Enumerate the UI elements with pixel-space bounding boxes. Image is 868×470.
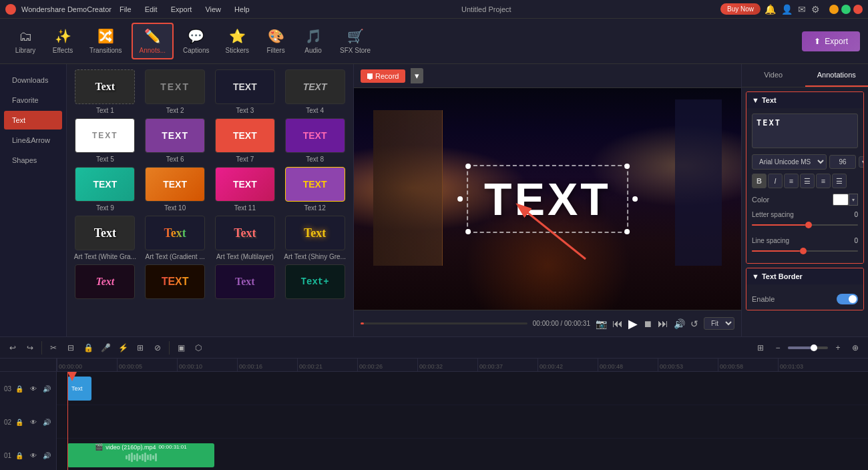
text-selection-box[interactable]: TEXT: [467, 165, 628, 233]
text-border-header[interactable]: ▼ Text Border: [746, 268, 863, 284]
font-size-dropdown[interactable]: ▾: [859, 156, 864, 168]
align-right-button[interactable]: ≡: [816, 174, 831, 188]
maximize-button[interactable]: [841, 5, 851, 14]
text-style-3[interactable]: TEXT Text 3: [212, 69, 278, 114]
toolbar-captions[interactable]: 💬 Captions: [176, 24, 216, 58]
text-thumb-4[interactable]: TEXT: [285, 69, 345, 104]
fit-select[interactable]: Fit: [704, 317, 734, 330]
speed-button[interactable]: ⚡: [116, 340, 130, 355]
redo-button[interactable]: ↪: [23, 340, 37, 355]
detach-button[interactable]: ⊘: [150, 340, 165, 355]
settings-icon[interactable]: ⚙: [811, 4, 820, 15]
play-button[interactable]: ▶: [628, 316, 638, 331]
text-section-header[interactable]: ▼ Text: [746, 92, 863, 108]
undo-button[interactable]: ↩: [5, 340, 20, 355]
tab-annotations[interactable]: Annotations: [805, 64, 869, 87]
record-dropdown-button[interactable]: ▾: [411, 68, 423, 83]
text-thumb-7[interactable]: TEXT: [215, 118, 275, 153]
menu-edit[interactable]: Edit: [142, 4, 160, 15]
text-style-11[interactable]: TEXT Text 11: [212, 167, 278, 212]
text-thumb-3[interactable]: TEXT: [215, 69, 275, 104]
font-family-select[interactable]: Arial Unicode MS: [752, 154, 827, 170]
user-icon[interactable]: 👤: [781, 4, 793, 15]
text-clip[interactable]: Text: [67, 377, 91, 401]
zoom-slider[interactable]: [788, 346, 828, 349]
handle-tl[interactable]: [465, 164, 471, 169]
text-thumb-8[interactable]: TEXT: [285, 118, 345, 153]
toolbar-filters[interactable]: 🎨 Filters: [258, 24, 293, 58]
minimize-button[interactable]: [829, 5, 839, 14]
text-thumb-5[interactable]: TEXT: [75, 118, 135, 153]
bot-thumb-4[interactable]: Text+: [285, 264, 345, 299]
track2-lock[interactable]: 🔒: [14, 415, 25, 429]
reset-button[interactable]: ↺: [690, 318, 698, 329]
mic-button[interactable]: 🎤: [98, 340, 113, 355]
text-style-1[interactable]: Text Text 1: [72, 69, 138, 114]
toolbar-effects[interactable]: ✨ Effects: [45, 24, 80, 58]
art-thumb-2[interactable]: Text: [145, 216, 205, 250]
text-style-7[interactable]: TEXT Text 7: [212, 118, 278, 163]
track3-lock[interactable]: 🔒: [14, 448, 25, 463]
text-thumb-1[interactable]: Text: [75, 69, 135, 104]
text-content-input[interactable]: TEXT: [752, 113, 858, 148]
preview-progress-bar[interactable]: [361, 322, 527, 324]
art-thumb-3[interactable]: Text: [215, 216, 275, 250]
track2-audio[interactable]: 🔊: [41, 415, 52, 429]
text-style-4[interactable]: TEXT Text 4: [282, 69, 348, 114]
toolbar-stickers[interactable]: ⭐ Stickers: [218, 24, 256, 58]
buy-now-button[interactable]: Buy Now: [720, 3, 761, 15]
toolbar-sfx[interactable]: 🛒 SFX Store: [333, 24, 377, 58]
align-center-button[interactable]: ☰: [800, 174, 815, 188]
volume-button[interactable]: 🔊: [674, 318, 685, 329]
art-thumb-1[interactable]: Text: [75, 216, 135, 250]
font-size-input[interactable]: 96: [829, 155, 856, 169]
italic-button[interactable]: I: [768, 174, 783, 188]
sidebar-item-favorite[interactable]: Favorite: [4, 91, 62, 109]
align-justify-button[interactable]: ☰: [832, 174, 847, 188]
bell-icon[interactable]: 🔔: [765, 4, 776, 15]
text-style-extra-3[interactable]: Text: [212, 264, 278, 302]
text-style-9[interactable]: TEXT Text 9: [72, 167, 138, 212]
scissors-button[interactable]: ✂: [46, 340, 61, 355]
sidebar-item-text[interactable]: Text: [4, 111, 62, 130]
line-spacing-thumb[interactable]: [800, 248, 807, 254]
menu-help[interactable]: Help: [232, 4, 252, 15]
fit-timeline-button[interactable]: ⊞: [753, 340, 768, 355]
text-style-extra-1[interactable]: Text: [72, 264, 138, 302]
text-style-5[interactable]: TEXT Text 5: [72, 118, 138, 163]
text-style-12[interactable]: TEXT Text 12: [282, 167, 348, 212]
zoom-out-button[interactable]: −: [771, 340, 785, 355]
text-thumb-6[interactable]: TEXT: [145, 118, 205, 153]
sidebar-item-line-arrow[interactable]: Line&Arrow: [4, 131, 62, 150]
letter-spacing-slider[interactable]: [752, 218, 858, 232]
art-text-4[interactable]: Text Art Text (Shiny Gre...: [282, 216, 348, 260]
text-style-2[interactable]: TEXT Text 2: [142, 69, 208, 114]
art-text-2[interactable]: Text Art Text (Gradient ...: [142, 216, 208, 260]
toolbar-transitions[interactable]: 🔀 Transitions: [83, 24, 129, 58]
handle-mr[interactable]: [632, 196, 638, 202]
sidebar-item-shapes[interactable]: Shapes: [4, 151, 62, 170]
toolbar-annotations[interactable]: ✏️ Annots...: [132, 23, 174, 59]
motion-button[interactable]: ⬡: [191, 340, 206, 355]
art-thumb-4[interactable]: Text: [285, 216, 345, 250]
add-track-button[interactable]: ⊕: [848, 340, 863, 355]
text-thumb-11[interactable]: TEXT: [215, 167, 275, 202]
text-thumb-10[interactable]: TEXT: [145, 167, 205, 202]
lock-button[interactable]: 🔒: [81, 340, 95, 355]
text-style-6[interactable]: TEXT Text 6: [142, 118, 208, 163]
letter-spacing-thumb[interactable]: [805, 222, 812, 228]
text-style-extra-2[interactable]: TEXT: [142, 264, 208, 302]
message-icon[interactable]: ✉: [798, 4, 806, 15]
color-dropdown[interactable]: ▾: [849, 194, 858, 206]
tab-video[interactable]: Video: [742, 64, 805, 87]
color-swatch[interactable]: [833, 194, 849, 206]
handle-tr[interactable]: [624, 164, 630, 169]
art-text-1[interactable]: Text Art Text (White Gra...: [72, 216, 138, 260]
handle-bl[interactable]: [465, 229, 471, 234]
handle-br[interactable]: [624, 229, 630, 234]
art-text-3[interactable]: Text Art Text (Multilayer): [212, 216, 278, 260]
close-button[interactable]: [853, 5, 863, 14]
track1-lock[interactable]: 🔒: [14, 381, 25, 396]
menu-export[interactable]: Export: [168, 4, 195, 15]
track3-audio[interactable]: 🔊: [41, 448, 52, 463]
